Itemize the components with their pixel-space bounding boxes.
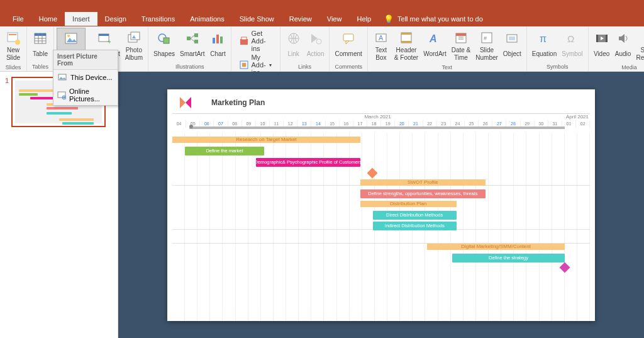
insert-picture-dropdown: Insert Picture From This Device... Onlin… xyxy=(53,50,118,106)
tab-file[interactable]: File xyxy=(5,12,31,26)
group-symbols-label: Symbols xyxy=(547,62,569,71)
svg-rect-39 xyxy=(401,41,411,43)
tab-animations[interactable]: Animations xyxy=(182,12,231,26)
group-illustrations: Shapes SmartArt Chart Illustrations xyxy=(148,26,231,71)
day-04: 04 xyxy=(172,120,186,128)
tab-transitions[interactable]: Transitions xyxy=(134,12,182,26)
new-slide-button[interactable]: New Slide xyxy=(3,28,24,63)
chart-button[interactable]: Chart xyxy=(207,28,228,62)
group-slides-label: Slides xyxy=(6,63,21,72)
dropdown-item-label: Online Pictures... xyxy=(69,87,114,103)
svg-rect-21 xyxy=(194,33,198,37)
day-02: 02 xyxy=(576,120,590,128)
video-button[interactable]: Video xyxy=(591,28,613,63)
header-label: Header & Footer xyxy=(394,47,418,62)
slidenum-icon: # xyxy=(480,29,494,47)
tab-help[interactable]: Help xyxy=(349,12,379,26)
dropdown-this-device[interactable]: This Device... xyxy=(53,70,118,85)
svg-text:+: + xyxy=(108,38,111,45)
dropdown-header: Insert Picture From xyxy=(53,50,118,70)
svg-rect-38 xyxy=(401,33,411,35)
screen-recording-button[interactable]: Screen Recording xyxy=(634,28,644,63)
store-icon xyxy=(240,36,248,46)
wordart-icon: A xyxy=(428,30,441,47)
gantt-timeline: March 2021 April 2021 040506070809101112… xyxy=(167,113,595,321)
slide-canvas[interactable]: Marketing Plan March 2021 April 2021 040… xyxy=(118,72,644,338)
tab-review[interactable]: Review xyxy=(282,12,319,26)
chevron-down-icon: ▾ xyxy=(269,62,272,68)
svg-marker-64 xyxy=(186,97,191,108)
video-label: Video xyxy=(594,47,609,61)
milestone-research xyxy=(367,167,378,178)
tab-design[interactable]: Design xyxy=(97,12,134,26)
object-button[interactable]: Object xyxy=(501,28,524,63)
group-slides: New Slide Slides xyxy=(0,26,27,71)
table-button[interactable]: Table xyxy=(30,28,51,62)
get-addins-label: Get Add-ins xyxy=(251,30,271,52)
comment-button[interactable]: Comment xyxy=(332,28,364,62)
table-label: Table xyxy=(33,47,48,61)
svg-text:A: A xyxy=(379,34,384,42)
device-icon xyxy=(57,72,67,82)
task-swot-detail: Define strengths, opportunities, weaknes… xyxy=(360,189,486,198)
svg-rect-25 xyxy=(220,37,223,43)
link-button[interactable]: Link xyxy=(283,28,304,62)
header-footer-button[interactable]: Header & Footer xyxy=(392,28,421,63)
task-define-market: Define the market xyxy=(185,147,264,155)
task-demographic: Demographic& Psychographic Profile of Cu… xyxy=(256,158,360,167)
svg-rect-52 xyxy=(596,35,598,42)
workspace: 1 Marketing Plan xyxy=(0,72,644,338)
equation-button[interactable]: π Equation xyxy=(530,28,559,62)
textbox-label: Text Box xyxy=(375,47,387,62)
group-tables-label: Tables xyxy=(32,62,48,71)
svg-text:π: π xyxy=(540,33,547,44)
video-icon xyxy=(595,30,609,47)
comment-icon xyxy=(341,30,355,47)
svg-rect-20 xyxy=(187,37,191,40)
photo-album-button[interactable]: Photo Album xyxy=(123,28,145,63)
gantt-body: Research on Target Market Define the mar… xyxy=(172,133,590,321)
menu-tabs: File Home Insert Design Transitions Anim… xyxy=(0,11,644,26)
group-links-label: Links xyxy=(298,62,311,71)
action-button[interactable]: Action xyxy=(304,28,327,62)
pictures-icon xyxy=(64,30,78,47)
task-research-summary: Research on Target Market xyxy=(172,137,360,143)
date-time-button[interactable]: Date & Time xyxy=(449,28,474,63)
task-digital-summary: Digital Marketing/SMM/Content xyxy=(427,244,565,250)
tab-insert[interactable]: Insert xyxy=(65,12,97,26)
task-dist-indirect: Indirect Distribution Methods xyxy=(373,222,457,230)
audio-icon xyxy=(616,30,630,47)
tab-home[interactable]: Home xyxy=(31,12,65,26)
svg-rect-29 xyxy=(242,63,246,67)
logo-icon xyxy=(179,96,192,110)
smartart-label: SmartArt xyxy=(180,47,204,61)
audio-button[interactable]: Audio xyxy=(613,28,634,63)
smartart-button[interactable]: SmartArt xyxy=(177,28,207,62)
group-text-label: Text xyxy=(442,63,453,72)
tab-slideshow[interactable]: Slide Show xyxy=(232,12,282,26)
task-dist-direct: Direct Distribution Methods xyxy=(373,211,457,220)
slide[interactable]: Marketing Plan March 2021 April 2021 040… xyxy=(167,89,595,321)
titlebar xyxy=(0,0,644,11)
wordart-button[interactable]: A WordArt xyxy=(421,28,449,63)
symbol-button[interactable]: Ω Symbol xyxy=(559,28,585,62)
shapes-label: Shapes xyxy=(153,47,175,61)
get-addins-button[interactable]: Get Add-ins xyxy=(238,29,273,53)
dropdown-online-pictures[interactable]: Online Pictures... xyxy=(53,85,118,105)
screenshot-icon: + xyxy=(97,30,111,47)
group-media-label: Media xyxy=(621,63,637,72)
shapes-button[interactable]: Shapes xyxy=(151,28,177,62)
svg-rect-53 xyxy=(606,35,608,42)
textbox-icon: A xyxy=(374,29,388,47)
task-dist-summary: Distribution Plan xyxy=(360,201,457,207)
group-addins: Get Add-ins My Add-ins ▾ Add-ins xyxy=(231,26,280,71)
object-icon xyxy=(505,30,519,47)
slide-number-button[interactable]: # Slide Number xyxy=(473,28,501,63)
tab-view[interactable]: View xyxy=(319,12,350,26)
textbox-button[interactable]: A Text Box xyxy=(370,28,392,63)
tell-me[interactable]: 💡 Tell me what you want to do xyxy=(384,14,483,24)
group-links: Link Action Links xyxy=(280,26,330,71)
dropdown-item-label: This Device... xyxy=(70,74,113,81)
milestone-digital xyxy=(559,262,570,273)
screenrec-label: Screen Recording xyxy=(636,47,644,62)
